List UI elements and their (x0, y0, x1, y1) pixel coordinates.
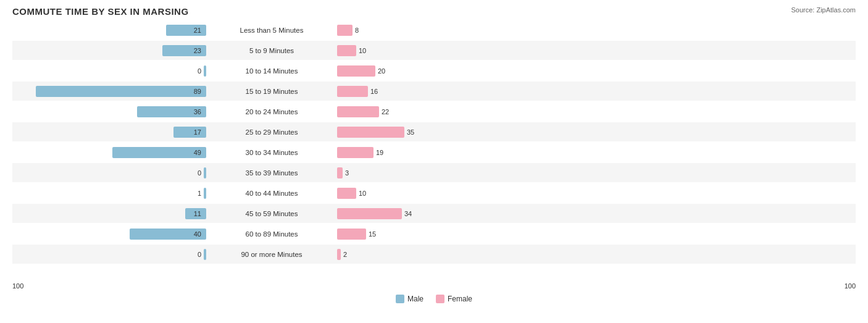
female-value: 10 (359, 190, 366, 197)
female-value: 10 (359, 47, 366, 54)
row-label: 45 to 59 Minutes (210, 210, 333, 217)
male-bar: 40 (130, 229, 206, 240)
right-section: 15 (333, 229, 531, 240)
table-row: 4060 to 89 Minutes15 (12, 224, 856, 243)
row-label: Less than 5 Minutes (210, 27, 333, 34)
table-row: 3620 to 24 Minutes22 (12, 102, 856, 121)
chart-title: COMMUTE TIME BY SEX IN MARSING (12, 6, 856, 17)
female-value: 2 (343, 251, 347, 258)
right-section: 19 (333, 147, 531, 158)
male-value-inside: 23 (194, 47, 201, 54)
male-label: Male (407, 295, 424, 303)
table-row: 140 to 44 Minutes10 (12, 183, 856, 203)
axis-label-right: 100 (845, 282, 856, 290)
right-section: 10 (333, 188, 531, 199)
male-bar (204, 249, 206, 260)
female-bar (337, 208, 402, 219)
row-label: 30 to 34 Minutes (210, 149, 333, 156)
left-section: 21 (12, 25, 210, 36)
left-section: 11 (12, 208, 210, 219)
table-row: 010 to 14 Minutes20 (12, 61, 856, 80)
right-section: 34 (333, 208, 531, 219)
table-row: 1145 to 59 Minutes34 (12, 204, 856, 223)
female-bar (337, 65, 375, 77)
table-row: 1725 to 29 Minutes35 (12, 122, 856, 141)
male-bar: 89 (36, 86, 206, 97)
row-label: 20 to 24 Minutes (210, 108, 333, 115)
row-label: 15 to 19 Minutes (210, 88, 333, 95)
male-value-inside: 89 (194, 88, 201, 95)
left-section: 17 (12, 127, 210, 138)
male-value: 0 (198, 67, 201, 75)
left-section: 36 (12, 106, 210, 117)
male-bar (204, 65, 206, 77)
female-bar (337, 86, 368, 97)
female-value: 35 (407, 128, 414, 136)
female-value: 20 (378, 67, 385, 75)
legend: Male Female (12, 295, 856, 303)
female-bar (337, 188, 356, 199)
row-label: 5 to 9 Minutes (210, 47, 333, 54)
female-value: 3 (345, 169, 349, 177)
male-value-inside: 40 (194, 230, 201, 238)
female-bar (337, 167, 343, 178)
table-row: 8915 to 19 Minutes16 (12, 82, 856, 101)
female-bar (337, 147, 373, 158)
female-bar (337, 106, 379, 117)
table-row: 035 to 39 Minutes3 (12, 163, 856, 182)
male-value-inside: 21 (194, 27, 201, 34)
female-value: 22 (382, 108, 389, 115)
female-value: 16 (370, 88, 378, 95)
right-section: 3 (333, 167, 531, 178)
right-section: 35 (333, 127, 531, 138)
table-row: 21Less than 5 Minutes8 (12, 20, 856, 40)
left-section: 1 (12, 188, 210, 199)
male-value: 1 (198, 190, 201, 197)
right-section: 22 (333, 106, 531, 117)
row-label: 60 to 89 Minutes (210, 230, 333, 238)
row-label: 35 to 39 Minutes (210, 169, 333, 177)
male-value: 0 (198, 251, 201, 258)
male-bar: 23 (162, 45, 206, 56)
source-label: Source: ZipAtlas.com (791, 6, 856, 14)
bars-area: 21Less than 5 Minutes8235 to 9 Minutes10… (12, 20, 856, 280)
female-value: 8 (355, 27, 359, 34)
left-section: 0 (12, 249, 210, 260)
male-color-box (396, 295, 404, 303)
female-value: 34 (404, 210, 412, 217)
right-section: 16 (333, 86, 531, 97)
male-bar (204, 188, 206, 199)
male-bar: 21 (166, 25, 206, 36)
male-value-inside: 36 (194, 108, 201, 115)
right-section: 10 (333, 45, 531, 56)
female-bar (337, 25, 353, 36)
left-section: 89 (12, 86, 210, 97)
male-bar: 11 (185, 208, 206, 219)
row-label: 40 to 44 Minutes (210, 190, 333, 197)
female-value: 15 (369, 230, 376, 238)
male-value-inside: 17 (194, 128, 201, 136)
axis-row: 100 100 (12, 282, 856, 292)
left-section: 49 (12, 147, 210, 158)
row-label: 25 to 29 Minutes (210, 128, 333, 136)
male-bar (204, 167, 206, 178)
left-section: 0 (12, 65, 210, 77)
left-section: 0 (12, 167, 210, 178)
chart-container: COMMUTE TIME BY SEX IN MARSING Source: Z… (0, 0, 868, 323)
male-value-inside: 49 (194, 149, 201, 156)
male-value: 0 (198, 169, 201, 177)
male-bar: 17 (173, 127, 206, 138)
female-label: Female (448, 295, 472, 303)
row-label: 90 or more Minutes (210, 251, 333, 258)
male-value-inside: 11 (194, 210, 201, 217)
female-value: 19 (376, 149, 383, 156)
row-label: 10 to 14 Minutes (210, 67, 333, 75)
left-section: 23 (12, 45, 210, 56)
table-row: 235 to 9 Minutes10 (12, 41, 856, 60)
table-row: 4930 to 34 Minutes19 (12, 143, 856, 162)
female-bar (337, 229, 366, 240)
legend-female: Female (436, 295, 472, 303)
axis-label-left: 100 (12, 282, 23, 290)
female-color-box (436, 295, 444, 303)
right-section: 8 (333, 25, 531, 36)
